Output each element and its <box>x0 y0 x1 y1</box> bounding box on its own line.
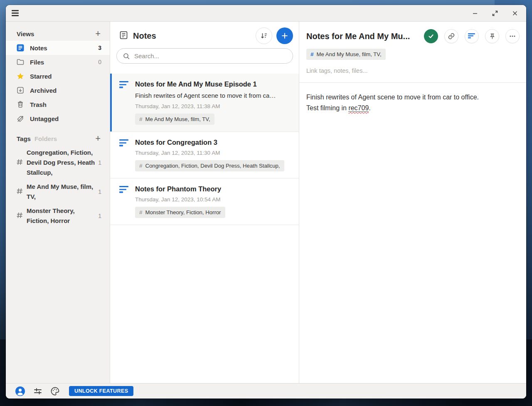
sidebar-tag-row[interactable]: Me And My Muse, film, TV, 1 <box>6 180 110 204</box>
more-dots-icon <box>509 32 516 40</box>
maximize-button[interactable] <box>490 8 500 19</box>
notes-icon <box>17 44 24 52</box>
sidebar-item-label: Archived <box>30 87 57 94</box>
link-tags-input[interactable]: Link tags, notes, files... <box>306 67 520 74</box>
note-date: Thursday, Jan 12, 2023, 11:30 AM <box>135 150 289 156</box>
star-icon <box>17 72 24 80</box>
pin-button[interactable] <box>485 29 499 43</box>
new-note-button[interactable] <box>276 27 293 44</box>
hamburger-menu-icon[interactable] <box>12 8 23 19</box>
sidebar-item-label: Files <box>30 59 44 66</box>
note-tags-text: Congregation, Fiction, Devil Dog Press, … <box>145 163 280 169</box>
close-icon <box>511 10 519 17</box>
more-options-button[interactable] <box>505 29 520 43</box>
save-confirm-button[interactable] <box>424 29 438 43</box>
account-icon <box>15 386 25 396</box>
sidebar-tag-row[interactable]: Congregation, Fiction, Devil Dog Press, … <box>6 146 110 180</box>
note-title: Notes for Phantom Theory <box>135 185 289 193</box>
plus-icon <box>281 32 289 40</box>
files-count: 0 <box>98 59 101 65</box>
list-header: Notes <box>110 22 299 46</box>
note-view-button[interactable] <box>465 29 479 43</box>
views-title: Views <box>17 30 34 37</box>
titlebar <box>6 5 526 22</box>
note-list-item[interactable]: Notes for Phantom Theory Thursday, Jan 1… <box>110 178 299 225</box>
note-text: Test filming in <box>306 104 348 111</box>
views-header: Views + <box>6 27 110 41</box>
search-input[interactable] <box>134 52 287 59</box>
search-icon <box>123 52 130 60</box>
sidebar: Views + Notes 3 Files 0 <box>6 22 110 383</box>
note-list-item[interactable]: Notes for Congregation 3 Thursday, Jan 1… <box>110 132 299 178</box>
desktop-background: Views + Notes 3 Files 0 <box>0 0 532 406</box>
hash-icon: # <box>139 209 143 215</box>
add-tag-button[interactable]: + <box>94 135 101 142</box>
note-content-line: Test filming in rec709. <box>306 103 518 114</box>
tag-label: Monster Theory, Fiction, Horror <box>27 206 96 226</box>
note-tags-text: Monster Theory, Fiction, Horror <box>145 209 221 215</box>
check-icon <box>428 33 434 40</box>
trash-icon <box>17 101 24 108</box>
note-list: Notes for Me And My Muse Episode 1 Finis… <box>110 74 299 225</box>
sidebar-item-archived[interactable]: Archived <box>6 83 110 97</box>
sidebar-item-label: Trash <box>30 101 47 108</box>
tag-count: 1 <box>98 213 101 219</box>
note-tags-text: Me And My Muse, film, TV, <box>145 116 210 122</box>
note-lines-icon <box>119 139 129 148</box>
theme-button[interactable] <box>50 386 60 396</box>
note-lines-icon <box>119 81 129 89</box>
sidebar-item-label: Notes <box>30 45 47 52</box>
editor-note-title[interactable]: Notes for Me And My Mu... <box>306 32 420 41</box>
app-window: Views + Notes 3 Files 0 <box>6 5 526 399</box>
sort-icon <box>260 32 268 40</box>
hash-icon: # <box>310 51 314 57</box>
sidebar-item-label: Untagged <box>30 115 59 122</box>
sidebar-item-label: Starred <box>30 73 52 80</box>
tags-header: Tags Folders + <box>6 131 110 146</box>
notes-count: 3 <box>98 45 101 51</box>
tag-count: 1 <box>98 188 101 195</box>
sidebar-item-files[interactable]: Files 0 <box>6 55 110 69</box>
hash-icon: # <box>139 116 143 122</box>
note-title: Notes for Me And My Muse Episode 1 <box>135 80 289 88</box>
hash-icon: # <box>139 163 143 169</box>
sidebar-item-starred[interactable]: Starred <box>6 69 110 83</box>
note-list-item[interactable]: Notes for Me And My Muse Episode 1 Finis… <box>110 74 299 132</box>
editor-tag-chip[interactable]: #Me And My Muse, film, TV, <box>306 49 386 60</box>
sidebar-item-untagged[interactable]: Untagged <box>6 111 110 126</box>
sort-button[interactable] <box>256 27 272 44</box>
tags-title: Tags <box>17 135 31 142</box>
note-tags-chip: #Monster Theory, Fiction, Horror <box>135 207 225 218</box>
note-content[interactable]: Finish rewrites of Agent scene to move i… <box>299 83 526 383</box>
sidebar-item-notes[interactable]: Notes 3 <box>6 41 110 55</box>
note-date: Thursday, Jan 12, 2023, 10:54 AM <box>135 196 289 203</box>
hash-icon <box>16 211 24 221</box>
editor-actions <box>424 29 520 43</box>
minimize-button[interactable] <box>470 8 480 19</box>
preferences-button[interactable] <box>33 386 42 396</box>
close-button[interactable] <box>510 8 520 19</box>
editor-pane: Notes for Me And My Mu... <box>299 22 526 383</box>
link-icon <box>448 32 455 40</box>
note-lines-icon <box>119 186 129 194</box>
maximize-icon <box>491 10 499 17</box>
list-pane-title: Notes <box>133 31 156 41</box>
add-view-button[interactable]: + <box>94 30 101 37</box>
account-button[interactable] <box>15 386 25 396</box>
sidebar-item-trash[interactable]: Trash <box>6 97 110 111</box>
link-button[interactable] <box>444 29 458 43</box>
minimize-icon <box>471 10 479 17</box>
pin-icon <box>489 33 496 40</box>
note-date: Thursday, Jan 12, 2023, 11:38 AM <box>135 103 289 109</box>
note-lines-icon <box>468 33 475 40</box>
tag-label: Congregation, Fiction, Devil Dog Press, … <box>27 148 96 178</box>
editor-header: Notes for Me And My Mu... <box>299 22 526 83</box>
hash-icon <box>16 158 24 168</box>
sidebar-tag-row[interactable]: Monster Theory, Fiction, Horror 1 <box>6 204 110 228</box>
unlock-features-button[interactable]: UNLOCK FEATURES <box>69 386 133 396</box>
search-box[interactable] <box>116 48 293 64</box>
tag-label: Me And My Muse, film, TV, <box>27 182 96 202</box>
statusbar: UNLOCK FEATURES <box>6 383 526 399</box>
folders-toggle[interactable]: Folders <box>34 135 57 142</box>
hash-icon <box>16 187 24 197</box>
